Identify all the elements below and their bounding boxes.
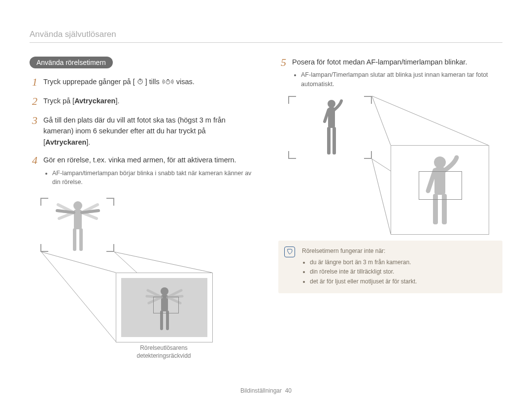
- step-1: 1 Tryck upprepade gånger på [ ] tills: [30, 76, 254, 89]
- motion-timer-icon: [162, 78, 174, 89]
- step-4: 4 Gör en rörelse, t.ex. vinka med armen,…: [30, 154, 254, 187]
- text: Gör en rörelse, t.ex. vinka med armen, f…: [43, 156, 236, 164]
- svg-rect-23: [332, 127, 336, 154]
- right-column: 5 Posera för fotot medan AF-lampan/timer…: [278, 57, 502, 359]
- svg-rect-18: [160, 310, 163, 330]
- svg-point-32: [434, 156, 446, 168]
- notice-item: du är längre bort än 3 m från kameran.: [310, 258, 496, 267]
- svg-line-12: [114, 252, 212, 273]
- sub-bullet-list: AF-lampan/Timerlampan slutar att blinka …: [301, 70, 502, 89]
- person-posing-silhouette: [317, 98, 346, 164]
- svg-point-4: [166, 80, 170, 84]
- footer-page-number: 40: [285, 387, 292, 394]
- text: ] tills: [145, 78, 162, 86]
- text: Tryck på [: [43, 97, 74, 105]
- step-body: Gör en rörelse, t.ex. vinka med armen, f…: [43, 154, 254, 187]
- bullet-item: AF-lampan/Timerlampan slutar att blinka …: [301, 70, 502, 89]
- notice-item: det är för ljust eller motljuset är för …: [310, 277, 496, 286]
- notice-item: din rörelse inte är tillräckligt stor.: [310, 267, 496, 277]
- svg-rect-19: [166, 310, 169, 330]
- zoom-panel: [391, 145, 489, 235]
- text-strong: Avtryckaren: [74, 97, 115, 105]
- content-columns: Använda rörelsetimern 1 Tryck upprepade …: [30, 57, 502, 359]
- svg-line-15: [41, 252, 116, 341]
- text: Tryck upprepade gånger på [: [43, 78, 135, 86]
- step-body: Tryck på [Avtryckaren].: [43, 95, 119, 106]
- svg-rect-22: [327, 127, 331, 154]
- bullet-item: AF-lampan/timerlampan börjar blinka i sn…: [52, 169, 254, 187]
- page-title: Använda självutlösaren: [30, 30, 502, 43]
- steps-list-right: 5 Posera för fotot medan AF-lampan/timer…: [278, 57, 502, 89]
- svg-line-3: [142, 79, 142, 80]
- timer-icon: [137, 78, 143, 85]
- svg-point-20: [328, 100, 335, 108]
- diagram-caption: Rörelseutlösarens detekteringsräckvidd: [116, 344, 212, 360]
- svg-line-28: [372, 96, 488, 145]
- step-3: 3 Gå till den plats där du vill att foto…: [30, 115, 254, 148]
- svg-rect-10: [79, 228, 83, 251]
- svg-rect-9: [73, 228, 76, 251]
- step-number: 5: [278, 57, 286, 68]
- notice-list: du är längre bort än 3 m från kameran. d…: [310, 258, 496, 286]
- person-waving-silhouette: [48, 196, 107, 257]
- text: ].: [86, 138, 90, 146]
- focus-rectangle: [153, 297, 179, 313]
- notice-title: Rörelsetimern fungerar inte när:: [302, 247, 496, 256]
- left-column: Använda rörelsetimern 1 Tryck upprepade …: [30, 57, 254, 359]
- step-body: Gå till den plats där du vill att fotot …: [43, 115, 254, 148]
- text-strong: Avtryckaren: [45, 138, 86, 146]
- svg-point-7: [73, 201, 82, 210]
- step-number: 4: [30, 154, 37, 166]
- footer-label: Bildinställningar: [240, 387, 282, 394]
- step-2: 2 Tryck på [Avtryckaren].: [30, 95, 254, 107]
- step-number: 3: [30, 115, 37, 126]
- svg-line-30: [372, 96, 488, 145]
- info-icon: [284, 247, 295, 257]
- steps-list-left: 1 Tryck upprepade gånger på [ ] tills: [30, 76, 254, 187]
- sub-bullet-list: AF-lampan/timerlampan börjar blinka i sn…: [52, 169, 254, 187]
- svg-line-24: [372, 96, 391, 145]
- zoom-panel: [116, 273, 213, 342]
- svg-point-16: [161, 287, 168, 295]
- svg-line-25: [372, 159, 391, 234]
- motion-diagram: Rörelseutlösarens detekteringsräckvidd: [30, 194, 254, 359]
- step-5: 5 Posera för fotot medan AF-lampan/timer…: [278, 57, 502, 89]
- page-footer: Bildinställningar 40: [0, 387, 532, 394]
- notice-box: Rörelsetimern fungerar inte när: du är l…: [278, 241, 502, 293]
- pose-diagram: [278, 96, 502, 239]
- section-heading: Använda rörelsetimern: [30, 57, 113, 68]
- step-number: 2: [30, 95, 37, 107]
- step-body: Tryck upprepade gånger på [ ] tills: [43, 76, 195, 89]
- text: visas.: [176, 78, 195, 86]
- focus-rectangle: [419, 171, 462, 200]
- svg-line-26: [288, 159, 391, 234]
- step-number: 1: [30, 76, 37, 88]
- text: Posera för fotot medan AF-lampan/timerla…: [292, 58, 467, 66]
- text: ].: [115, 97, 119, 105]
- step-body: Posera för fotot medan AF-lampan/timerla…: [292, 57, 502, 89]
